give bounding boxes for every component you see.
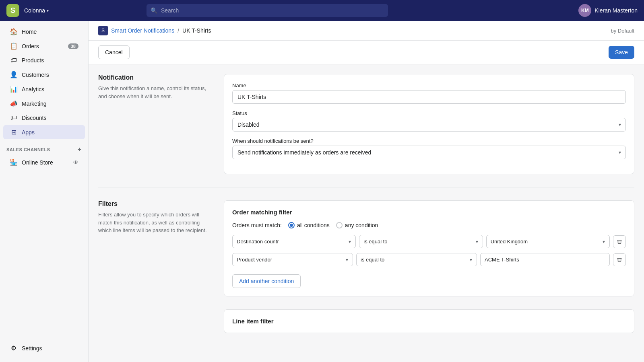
user-name: Kieran Masterton: [594, 7, 638, 14]
condition-1-delete-button[interactable]: [613, 235, 626, 248]
match-all-radio[interactable]: [288, 222, 295, 228]
sidebar-label-products: Products: [22, 57, 44, 64]
cancel-button[interactable]: Cancel: [98, 45, 130, 59]
sidebar-item-products[interactable]: 🏷 Products: [3, 53, 85, 67]
condition-2-field-wrap: Product vendor Destination countr Order …: [232, 253, 353, 266]
add-condition-button[interactable]: Add another condition: [232, 274, 301, 288]
store-switcher-chevron: ▾: [47, 8, 49, 13]
match-any-radio[interactable]: [336, 222, 343, 228]
sidebar-item-orders[interactable]: 📋 Orders 38: [3, 39, 85, 53]
sidebar-item-settings[interactable]: ⚙ Settings: [3, 341, 85, 355]
discounts-icon: 🏷: [10, 114, 18, 121]
sidebar-item-analytics[interactable]: 📊 Analytics: [3, 82, 85, 96]
filters-section-title: Filters: [98, 200, 211, 208]
apps-icon: ⊞: [10, 128, 18, 136]
breadcrumb-meta: by Default: [611, 28, 634, 34]
breadcrumb: S Smart Order Notifications / UK T-Shirt…: [98, 26, 211, 35]
sidebar-label-online-store: Online Store: [22, 159, 53, 166]
orders-icon: 📋: [10, 42, 18, 50]
when-field-group: When should notifications be sent? Send …: [232, 138, 626, 159]
notification-section-title: Notification: [98, 74, 211, 81]
condition-1-field-select[interactable]: Destination countr Product vendor Order …: [232, 235, 356, 248]
condition-1-value-select[interactable]: United Kingdom: [486, 235, 610, 248]
sidebar-item-online-store[interactable]: 🏪 Online Store 👁: [3, 155, 85, 169]
match-any-label: any condition: [345, 222, 378, 228]
breadcrumb-app-name: Smart Order Notifications: [111, 27, 174, 34]
breadcrumb-bar: S Smart Order Notifications / UK T-Shirt…: [89, 21, 644, 41]
notification-section: Notification Give this notification a na…: [98, 74, 634, 174]
online-store-icon: 🏪: [10, 158, 18, 166]
filters-section: Filters Filters allow you to specify whi…: [98, 200, 634, 296]
breadcrumb-app-link[interactable]: S Smart Order Notifications: [98, 26, 174, 35]
sidebar-item-marketing[interactable]: 📣 Marketing: [3, 97, 85, 111]
user-menu[interactable]: KM Kieran Masterton: [578, 4, 638, 17]
orders-badge: 38: [68, 43, 78, 49]
main-content: S Smart Order Notifications / UK T-Shirt…: [89, 21, 644, 362]
condition-row-1: Destination countr Product vendor Order …: [232, 235, 626, 248]
condition-2-operator-select[interactable]: is equal to is not equal to contains: [356, 253, 477, 266]
filters-section-desc: Filters allow you to specify which order…: [98, 211, 211, 234]
match-all-option[interactable]: all conditions: [288, 222, 330, 228]
condition-2-value-input[interactable]: [480, 253, 610, 266]
marketing-icon: 📣: [10, 100, 18, 107]
notification-description: Notification Give this notification a na…: [98, 74, 211, 174]
products-icon: 🏷: [10, 57, 18, 64]
condition-2-delete-button[interactable]: [613, 253, 626, 266]
sidebar-item-apps[interactable]: ⊞ Apps: [3, 125, 85, 139]
avatar: KM: [578, 4, 591, 17]
sidebar-label-settings: Settings: [22, 345, 42, 352]
sidebar-label-home: Home: [22, 29, 37, 35]
name-input[interactable]: [232, 90, 626, 104]
line-item-card: Line item filter: [224, 309, 634, 333]
shopify-logo: S: [6, 4, 19, 17]
sidebar-label-marketing: Marketing: [22, 101, 46, 107]
store-switcher[interactable]: Colonna ▾: [24, 7, 49, 14]
condition-2-field-select[interactable]: Product vendor Destination countr Order …: [232, 253, 353, 266]
line-item-desc: [98, 309, 211, 333]
when-label: When should notifications be sent?: [232, 138, 626, 144]
status-label: Status: [232, 110, 626, 116]
line-item-title: Line item filter: [232, 318, 626, 325]
condition-1-value-wrap: United Kingdom ▾: [486, 235, 610, 248]
status-select[interactable]: Disabled Enabled: [232, 118, 626, 132]
home-icon: 🏠: [10, 28, 18, 35]
condition-row-2: Product vendor Destination countr Order …: [232, 253, 626, 266]
line-item-section: Line item filter: [98, 309, 634, 333]
condition-2-operator-wrap: is equal to is not equal to contains ▾: [356, 253, 477, 266]
search-input[interactable]: [147, 4, 388, 17]
page-content: Notification Give this notification a na…: [89, 64, 644, 356]
name-field-group: Name: [232, 82, 626, 104]
sales-channels-section: SALES CHANNELS +: [0, 140, 88, 155]
name-label: Name: [232, 82, 626, 88]
save-button[interactable]: Save: [609, 46, 634, 59]
match-all-label: all conditions: [297, 222, 330, 228]
sales-channels-title: SALES CHANNELS: [6, 147, 50, 152]
notification-card: Name Status Disabled Enabled ▾: [224, 74, 634, 174]
settings-icon: ⚙: [10, 344, 18, 352]
condition-1-operator-select[interactable]: is equal to is not equal to contains: [359, 235, 483, 248]
condition-1-operator-wrap: is equal to is not equal to contains ▾: [359, 235, 483, 248]
match-any-option[interactable]: any condition: [336, 222, 378, 228]
sidebar-item-discounts[interactable]: 🏷 Discounts: [3, 111, 85, 125]
topbar: S Colonna ▾ 🔍 KM Kieran Masterton: [0, 0, 644, 21]
sidebar-item-home[interactable]: 🏠 Home: [3, 25, 85, 39]
sidebar-label-analytics: Analytics: [22, 86, 44, 93]
status-field-group: Status Disabled Enabled ▾: [232, 110, 626, 132]
filters-description: Filters Filters allow you to specify whi…: [98, 200, 211, 296]
sidebar-label-discounts: Discounts: [22, 115, 46, 121]
sidebar-label-apps: Apps: [22, 129, 35, 136]
sidebar-label-customers: Customers: [22, 72, 49, 78]
when-select[interactable]: Send notifications immediately as orders…: [232, 146, 626, 159]
condition-1-field-wrap: Destination countr Product vendor Order …: [232, 235, 356, 248]
breadcrumb-current: UK T-Shirts: [182, 27, 211, 34]
trash-icon-2: [617, 257, 622, 263]
sidebar: 🏠 Home 📋 Orders 38 🏷 Products 👤 Customer…: [0, 21, 89, 362]
add-sales-channel-button[interactable]: +: [78, 146, 82, 153]
filters-card: Order matching filter Orders must match:…: [224, 200, 634, 296]
action-bar: Cancel Save: [89, 41, 644, 64]
trash-icon: [617, 239, 622, 245]
online-store-eye-icon: 👁: [73, 159, 78, 166]
analytics-icon: 📊: [10, 85, 18, 93]
sidebar-item-customers[interactable]: 👤 Customers: [3, 68, 85, 82]
search-icon: 🔍: [151, 7, 157, 14]
